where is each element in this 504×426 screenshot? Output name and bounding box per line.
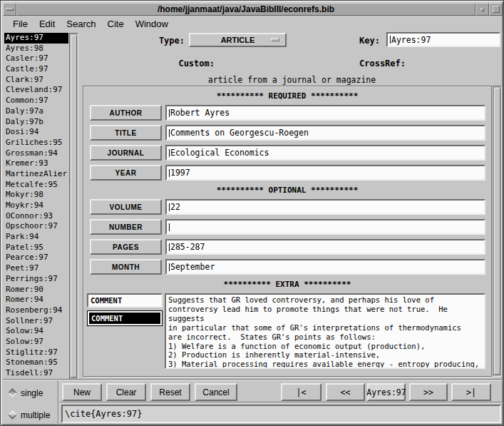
field-input-volume[interactable]: 22 <box>165 199 485 215</box>
new-button[interactable]: New <box>62 383 102 401</box>
cite-separator <box>59 402 503 403</box>
list-item[interactable]: Perrings:97 <box>4 274 68 285</box>
list-item[interactable]: Park:94 <box>4 232 68 243</box>
entry-type-description: article from a journal or magazine <box>83 75 501 85</box>
list-item[interactable]: Rosenberg:94 <box>4 305 68 316</box>
menu-window[interactable]: Window <box>130 17 174 31</box>
field-input-month[interactable]: September <box>165 259 485 275</box>
list-item[interactable]: Moykr:94 <box>4 201 68 211</box>
nav-next-button[interactable]: >> <box>409 383 448 401</box>
field-input-title[interactable]: Comments on Georgescu-Roegen <box>165 125 485 141</box>
text-caret <box>169 149 170 157</box>
list-item[interactable]: Peet:97 <box>4 263 68 274</box>
multiple-mode-label[interactable]: multiple <box>21 410 50 420</box>
titlebar: /home/jjanmaat/java/JavaBibIII/econrefs.… <box>3 3 503 16</box>
menubar: FileEditSearchCiteWindow <box>3 16 503 31</box>
field-row: NUMBER <box>90 219 485 235</box>
extra-field-selector[interactable]: COMMENT <box>87 293 163 308</box>
menu-file[interactable]: File <box>7 17 34 31</box>
list-item[interactable]: Kremer:93 <box>4 158 68 169</box>
optional-section-header: ********** OPTIONAL ********** <box>83 186 491 195</box>
list-item[interactable]: Solow:94 <box>4 326 68 337</box>
form-scrollbar[interactable] <box>493 86 502 377</box>
list-item[interactable]: Solow:97 <box>4 337 68 348</box>
type-value: ARTICLE <box>221 36 255 44</box>
extra-section-header: ********** EXTRA ********** <box>83 280 491 289</box>
list-item[interactable]: Metcalfe:95 <box>4 180 68 191</box>
text-caret <box>390 36 391 44</box>
type-dropdown[interactable]: ARTICLE <box>189 33 287 47</box>
maximize-icon <box>493 6 500 13</box>
extra-text-area[interactable]: Suggests that GR loved controversy, and … <box>166 295 484 367</box>
single-mode-radio[interactable] <box>8 388 17 397</box>
cite-command-field[interactable]: \cite{Ayres:97} <box>61 405 501 423</box>
window-menu-button[interactable] <box>3 3 16 16</box>
field-label-number: NUMBER <box>90 219 162 235</box>
reference-list: Ayres:97Ayres:98Casler:97Castle:97Clark:… <box>4 33 68 379</box>
minimize-button[interactable] <box>475 3 489 16</box>
list-item[interactable]: Cleveland:97 <box>4 85 68 96</box>
list-item[interactable]: Opschoor:97 <box>4 221 68 232</box>
field-input-pages[interactable]: 285-287 <box>165 239 485 255</box>
maximize-button[interactable] <box>489 3 503 16</box>
extra-textarea-frame: Suggests that GR loved controversy, and … <box>165 293 485 369</box>
list-item[interactable]: Casler:97 <box>4 54 68 64</box>
list-item[interactable]: Patel:95 <box>4 243 68 253</box>
field-input-journal[interactable]: Ecological Economics <box>165 145 485 161</box>
list-item[interactable]: Castle:97 <box>4 64 68 75</box>
field-row: PAGES285-287 <box>90 239 485 255</box>
field-input-year[interactable]: 1997 <box>165 165 485 181</box>
list-item[interactable]: Mokyr:98 <box>4 190 68 201</box>
field-input-number[interactable] <box>165 219 485 235</box>
list-item[interactable]: Grossman:94 <box>4 148 68 159</box>
nav-prev-button[interactable]: << <box>326 383 365 401</box>
list-item[interactable]: Common:97 <box>4 96 68 106</box>
list-item[interactable]: Sollner:97 <box>4 316 68 327</box>
custom-label: Custom: <box>165 59 215 69</box>
list-item[interactable]: Stiglitz:97 <box>4 348 68 358</box>
list-item[interactable]: Romer:94 <box>4 295 68 305</box>
clear-button[interactable]: Clear <box>106 383 146 401</box>
list-item[interactable]: Daly:97a <box>4 106 68 117</box>
multiple-mode-radio[interactable] <box>8 410 17 420</box>
text-caret <box>169 223 170 231</box>
list-scrollbar-thumb[interactable] <box>71 35 77 377</box>
list-item[interactable]: Griliches:95 <box>4 138 68 148</box>
field-label-pages: PAGES <box>90 239 162 255</box>
menu-edit[interactable]: Edit <box>34 17 61 31</box>
list-item[interactable]: Tisdell:97 <box>4 368 68 379</box>
list-item[interactable]: Daly:97b <box>4 117 68 128</box>
form-scrollbar-thumb[interactable] <box>494 88 500 375</box>
nav-last-button[interactable]: >| <box>451 383 491 401</box>
key-input[interactable]: Ayres:97 <box>386 32 500 47</box>
list-item[interactable]: Pearce:97 <box>4 253 68 263</box>
menu-search[interactable]: Search <box>61 17 101 31</box>
field-row: MONTHSeptember <box>90 259 485 275</box>
single-mode-label[interactable]: single <box>21 388 43 398</box>
list-item[interactable]: OConnor:93 <box>4 211 68 222</box>
list-item[interactable]: Romer:90 <box>4 285 68 295</box>
list-scrollbar[interactable] <box>69 33 78 380</box>
extra-field-selector-value: COMMENT <box>91 296 122 305</box>
list-item[interactable]: Ayres:98 <box>4 44 68 54</box>
field-value: September <box>170 262 215 272</box>
cancel-button[interactable]: Cancel <box>195 383 237 401</box>
key-label: Key: <box>359 36 380 46</box>
list-item[interactable]: Dosi:94 <box>4 127 68 138</box>
nav-current-button[interactable]: Ayres:97 <box>367 383 406 401</box>
list-item[interactable]: Ayres:97 <box>4 33 68 44</box>
crossref-label: CrossRef: <box>359 59 406 69</box>
field-value: Comments on Georgescu-Roegen <box>170 128 309 138</box>
minimize-icon <box>480 8 484 11</box>
list-item[interactable]: MartinezAlier:9 <box>4 169 68 180</box>
field-input-author[interactable]: Robert Ayres <box>165 105 485 121</box>
extra-list-item[interactable]: COMMENT <box>89 313 160 324</box>
reset-button[interactable]: Reset <box>150 383 190 401</box>
list-item[interactable]: Clark:97 <box>4 75 68 86</box>
list-item[interactable]: Stoneman:95 <box>4 357 68 368</box>
menu-cite[interactable]: Cite <box>102 17 130 31</box>
field-row: JOURNALEcological Economics <box>90 145 485 161</box>
field-value: Robert Ayres <box>170 108 230 118</box>
nav-first-button[interactable]: |< <box>281 383 322 401</box>
window-menu-icon <box>6 8 14 11</box>
